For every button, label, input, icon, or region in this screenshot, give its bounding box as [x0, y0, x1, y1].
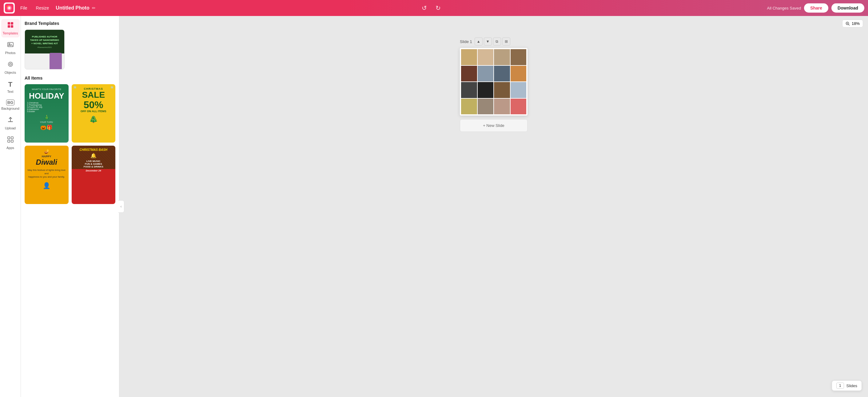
svg-point-10	[9, 43, 10, 44]
sidebar-item-apps[interactable]: Apps	[1, 134, 20, 152]
brand-template-item[interactable]: PUBLISHED AUTHORTAKES UP NANOWRIMO+ NOVE…	[25, 30, 65, 69]
template-card-xmas-sale[interactable]: CHRISTMAS SALE 50% OFF ON ALL ITEMS 🎄 ❄️…	[72, 84, 116, 142]
photo-cell-13	[461, 99, 477, 114]
zoom-indicator[interactable]: 18%	[842, 20, 863, 27]
sidebar-item-label-apps: Apps	[6, 146, 14, 150]
svg-rect-13	[8, 137, 10, 139]
slide-add-button[interactable]: ⊞	[502, 37, 510, 45]
sidebar-item-text[interactable]: T Text	[1, 78, 20, 96]
edit-icon[interactable]: ✏	[92, 5, 96, 10]
page-title: Untitled Photo	[56, 5, 89, 11]
photo-cell-9	[461, 82, 477, 98]
svg-rect-5	[8, 22, 10, 25]
sidebar-item-label-templates: Templates	[2, 31, 18, 35]
slide-controls: ▲ ▼ ⧉ ⊞	[474, 37, 510, 45]
photo-cell-4	[510, 49, 527, 65]
resize-button[interactable]: Resize	[33, 4, 52, 12]
photo-cell-12	[510, 82, 527, 98]
main-content: Templates Photos Objects T	[0, 16, 868, 397]
header: File Resize Untitled Photo ✏ ↺ ↻ All Cha…	[0, 0, 868, 16]
share-button[interactable]: Share	[804, 3, 828, 12]
photo-cell-10	[478, 82, 494, 98]
template-card-diwali[interactable]: 🪔 HAPPY Diwali May this festival of ligh…	[25, 146, 69, 204]
sidebar-item-objects[interactable]: Objects	[1, 58, 20, 77]
slide-label: Slide 1	[460, 39, 472, 44]
undo-button[interactable]: ↺	[419, 3, 429, 13]
zoom-icon	[845, 22, 850, 26]
brand-section-title: Brand Templates	[25, 21, 115, 26]
upload-icon	[7, 117, 14, 125]
photo-cell-6	[478, 66, 494, 82]
background-icon: BG	[6, 100, 15, 105]
svg-rect-6	[11, 22, 13, 25]
slides-label: Slides	[846, 384, 857, 388]
sidebar-item-label-objects: Objects	[5, 71, 16, 74]
redo-button[interactable]: ↻	[433, 3, 443, 13]
new-slide-button[interactable]: + New Slide	[460, 119, 527, 132]
photo-cell-8	[510, 66, 527, 82]
sidebar: Templates Photos Objects T	[0, 16, 21, 397]
svg-rect-16	[11, 140, 13, 142]
photo-cell-1	[461, 49, 477, 65]
zoom-value: 18%	[852, 21, 860, 26]
sidebar-item-background[interactable]: BG Background	[1, 97, 20, 113]
svg-point-11	[8, 62, 12, 66]
slide-container: Slide 1 ▲ ▼ ⧉ ⊞	[460, 37, 527, 132]
download-button[interactable]: Download	[831, 3, 864, 12]
apps-icon	[7, 136, 14, 145]
center-controls: ↺ ↻	[98, 3, 765, 13]
photo-cell-16	[510, 99, 527, 114]
photos-icon	[7, 41, 14, 50]
title-area: Untitled Photo ✏	[56, 5, 95, 11]
slide-down-button[interactable]: ▼	[484, 37, 492, 45]
svg-rect-14	[11, 137, 13, 139]
panel-wrapper: Brand Templates PUBLISHED AUTHORTAKES UP…	[21, 16, 119, 397]
svg-rect-7	[8, 25, 10, 28]
photo-cell-14	[478, 99, 494, 114]
slides-panel[interactable]: 1 Slides	[832, 381, 862, 391]
objects-icon	[7, 61, 14, 69]
sidebar-item-photos[interactable]: Photos	[1, 39, 20, 57]
template-card-xmas-bash[interactable]: CHRISTMAS BASH 🔔 LIVE MUSIC FUN & GAMES …	[72, 146, 116, 204]
photo-cell-7	[494, 66, 510, 82]
sidebar-item-templates[interactable]: Templates	[1, 19, 20, 37]
canvas-area: 18% Slide 1 ▲ ▼ ⧉ ⊞	[119, 16, 868, 397]
sidebar-item-label-background: Background	[1, 107, 20, 110]
text-icon: T	[8, 80, 12, 89]
svg-rect-8	[11, 25, 13, 28]
right-controls: All Changes Saved Share Download	[767, 3, 864, 12]
slide-copy-button[interactable]: ⧉	[493, 37, 501, 45]
panel-collapse-button[interactable]: ‹	[118, 200, 124, 212]
file-button[interactable]: File	[17, 4, 30, 12]
slides-count: 1	[836, 383, 844, 389]
slide-header: Slide 1 ▲ ▼ ⧉ ⊞	[460, 37, 527, 45]
sidebar-item-label-photos: Photos	[5, 51, 16, 55]
photo-cell-15	[494, 99, 510, 114]
photo-cell-11	[494, 82, 510, 98]
svg-point-4	[7, 6, 8, 7]
all-items-section: All Items	[25, 75, 115, 80]
photo-cell-2	[478, 49, 494, 65]
template-grid: WHAT'S YOUR FAVORITE HOLIDAY 1.Christmas…	[25, 84, 115, 204]
sidebar-item-upload[interactable]: Upload	[1, 114, 20, 132]
slide-up-button[interactable]: ▲	[474, 37, 483, 45]
saved-status: All Changes Saved	[767, 6, 801, 10]
photo-cell-3	[494, 49, 510, 65]
templates-icon	[7, 22, 14, 30]
template-card-holiday[interactable]: WHAT'S YOUR FAVORITE HOLIDAY 1.Christmas…	[25, 84, 69, 142]
app-logo	[4, 2, 15, 13]
sidebar-item-label-upload: Upload	[5, 126, 16, 130]
svg-point-3	[9, 7, 10, 9]
svg-rect-15	[8, 140, 10, 142]
photo-grid	[460, 48, 527, 115]
photo-cell-5	[461, 66, 477, 82]
templates-panel: Brand Templates PUBLISHED AUTHORTAKES UP…	[21, 16, 119, 397]
all-items-title: All Items	[25, 75, 115, 80]
slide-canvas[interactable]	[460, 48, 527, 115]
sidebar-item-label-text: Text	[7, 90, 13, 93]
svg-point-12	[9, 63, 11, 65]
